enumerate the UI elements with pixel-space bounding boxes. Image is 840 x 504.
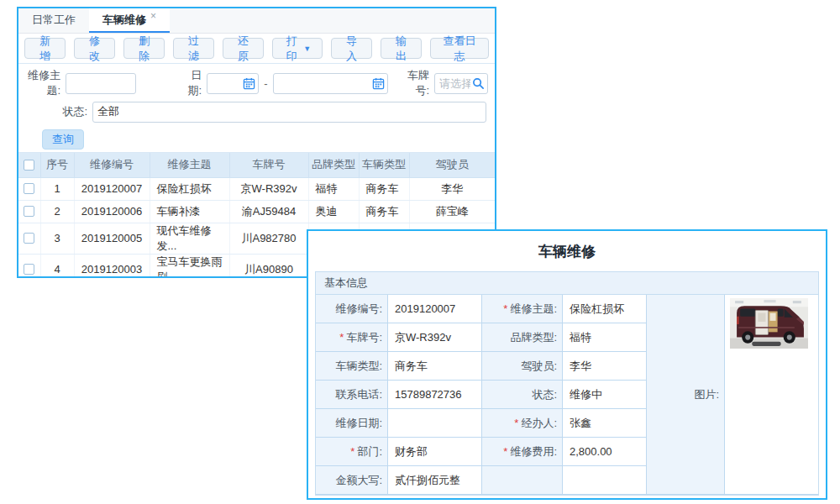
field-label: 品牌类型:: [482, 323, 563, 352]
cell-plate-link[interactable]: 川A90890: [229, 254, 308, 278]
field-value: [388, 409, 482, 438]
detail-form: 图片:: [316, 295, 818, 495]
query-row: 查询: [18, 126, 495, 153]
row-select-cell: [18, 254, 40, 278]
restore-button[interactable]: 还原: [223, 38, 264, 59]
row-checkbox[interactable]: [24, 183, 34, 194]
table-row[interactable]: 1 2019120007 保险杠损坏 京W-R392v 福特 商务车 李华: [18, 177, 495, 200]
col-repair-no: 维修编号: [74, 153, 150, 177]
cell-subject-link[interactable]: 车辆补漆: [150, 200, 229, 223]
status-select[interactable]: [92, 102, 486, 123]
tab-vehicle-repair[interactable]: 车辆维修×: [89, 8, 170, 33]
print-button[interactable]: 打印 ▼: [272, 38, 323, 59]
subject-filter-input[interactable]: [66, 73, 136, 94]
field-label: 车辆类型:: [316, 352, 388, 381]
subject-filter-label: 维修主题:: [18, 68, 60, 98]
field-label: *维修费用:: [482, 438, 563, 466]
select-all-checkbox[interactable]: [24, 160, 34, 171]
cell-subject-link[interactable]: 现代车维修发...: [150, 223, 229, 254]
status-filter-label: 状态:: [18, 104, 87, 119]
tab-vehicle-repair-label: 车辆维修: [102, 13, 146, 26]
cell-driver-link[interactable]: 李华: [409, 177, 495, 200]
export-button[interactable]: 输出: [381, 38, 422, 59]
field-label: 状态:: [482, 381, 563, 409]
cell-repair-no-link[interactable]: 2019120007: [74, 177, 150, 200]
cell-repair-no-link[interactable]: 2019120003: [74, 254, 150, 278]
field-value: 福特: [563, 323, 647, 352]
cell-seq: 2: [40, 200, 74, 223]
row-checkbox[interactable]: [24, 206, 34, 217]
vehicle-repair-detail-window: 车辆维修 基本信息 图片:: [307, 229, 827, 500]
cell-seq: 1: [40, 177, 74, 200]
tab-daily-work[interactable]: 日常工作: [18, 8, 89, 33]
cell-repair-no-link[interactable]: 2019120006: [74, 200, 150, 223]
date-range-separator: -: [264, 77, 267, 90]
cell-subject-link[interactable]: 保险杠损坏: [150, 177, 229, 200]
vehicle-photo[interactable]: [730, 298, 808, 349]
col-vehicle-type: 车辆类型: [359, 153, 409, 177]
table-row[interactable]: 2 2019120006 车辆补漆 渝AJ59484 奥迪 商务车 薛宝峰: [18, 200, 495, 223]
filter-area: 维修主题: 日期: -: [18, 64, 495, 153]
field-label: 维修编号:: [316, 295, 388, 323]
cell-brand: 福特: [308, 177, 359, 200]
search-icon[interactable]: [472, 77, 485, 90]
row-select-cell: [18, 200, 40, 223]
caret-down-icon: ▼: [303, 45, 311, 53]
basic-info-panel: 基本信息 图片:: [315, 271, 819, 496]
field-label: *部门:: [316, 438, 388, 466]
cell-plate-link[interactable]: 川A982780: [229, 223, 308, 254]
table-header-row: 序号 维修编号 维修主题 车牌号 品牌类型 车辆类型 驾驶员: [18, 153, 495, 177]
col-seq: 序号: [40, 153, 74, 177]
row-select-cell: [18, 177, 40, 200]
print-button-label: 打印: [284, 34, 299, 64]
image-label: 图片:: [647, 295, 725, 495]
row-checkbox[interactable]: [24, 264, 34, 275]
cell-plate-link[interactable]: 京W-R392v: [229, 177, 308, 200]
cell-subject-link[interactable]: 宝马车更换雨刷: [150, 254, 229, 278]
field-label: 金额大写:: [316, 466, 388, 495]
col-plate: 车牌号: [229, 153, 308, 177]
basic-info-header: 基本信息: [316, 272, 818, 295]
cell-driver-link[interactable]: 薛宝峰: [409, 200, 495, 223]
filter-row-1: 维修主题: 日期: -: [18, 69, 495, 97]
view-log-button[interactable]: 查看日志: [430, 38, 489, 59]
field-label: *车牌号:: [316, 323, 388, 352]
field-value: 商务车: [388, 352, 482, 381]
row-select-cell: [18, 223, 40, 254]
import-button[interactable]: 导入: [331, 38, 372, 59]
cell-seq: 4: [40, 254, 74, 278]
close-icon[interactable]: ×: [150, 10, 156, 22]
cell-plate-link[interactable]: 渝AJ59484: [229, 200, 308, 223]
toolbar: 新增 修改 删除 过滤 还原 打印 ▼ 导入 输出 查看日志: [18, 34, 495, 64]
calendar-icon[interactable]: [372, 77, 385, 90]
row-checkbox[interactable]: [24, 233, 34, 244]
col-subject: 维修主题: [150, 153, 229, 177]
filter-button[interactable]: 过滤: [173, 38, 214, 59]
add-button[interactable]: 新增: [24, 38, 66, 59]
field-value: 2,800.00: [563, 438, 647, 466]
required-marker: *: [503, 445, 507, 458]
field-value: 李华: [563, 352, 647, 381]
field-value: 2019120007: [388, 295, 482, 323]
tab-bar: 日常工作 车辆维修×: [18, 8, 495, 34]
image-cell: [725, 295, 818, 495]
date-to-input[interactable]: [273, 73, 388, 94]
col-driver: 驾驶员: [409, 153, 495, 177]
field-value: [563, 466, 647, 495]
delete-button[interactable]: 删除: [123, 38, 165, 59]
required-marker: *: [514, 417, 518, 429]
field-label: 维修日期:: [316, 409, 388, 438]
filter-row-2: 状态:: [18, 97, 495, 126]
field-value: 维修中: [563, 381, 647, 409]
cell-vehicle-type: 商务车: [359, 177, 409, 200]
query-button[interactable]: 查询: [42, 129, 84, 150]
edit-button[interactable]: 修改: [74, 38, 115, 59]
cell-repair-no-link[interactable]: 2019120005: [74, 223, 150, 254]
field-value: 财务部: [388, 438, 482, 466]
cell-vehicle-type: 商务车: [359, 200, 409, 223]
required-marker: *: [503, 302, 507, 315]
required-marker: *: [350, 445, 354, 458]
col-brand: 品牌类型: [308, 153, 359, 177]
field-value: 保险杠损坏: [563, 295, 647, 323]
calendar-icon[interactable]: [243, 77, 255, 90]
